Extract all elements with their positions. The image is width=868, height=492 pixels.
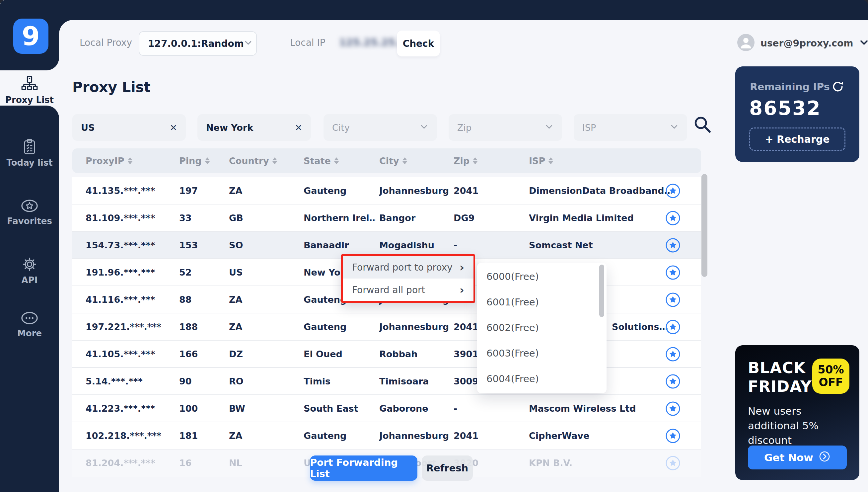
cell-state: Northern Irel… <box>304 204 376 231</box>
cell-ip: 41.223.***.*** <box>85 395 175 422</box>
column-header-city[interactable]: City <box>379 148 407 173</box>
sort-icon[interactable] <box>128 157 132 164</box>
table-row[interactable]: 41.135.***.***197ZAGautengJohannesburg20… <box>72 177 701 204</box>
sort-icon[interactable] <box>205 157 210 164</box>
context-menu-label: Forward port to proxy <box>352 262 453 273</box>
table-row[interactable]: 5.14.***.***90ROTimisTimisoara3009 <box>72 368 701 395</box>
remaining-ips-label: Remaining IPs <box>750 81 830 93</box>
chevron-down-icon <box>859 38 868 49</box>
sitemap-icon <box>21 75 38 92</box>
table-row[interactable]: 102.218.***.***181ZAGautengJohannesburg2… <box>72 422 701 449</box>
context-menu-item-forward-all-port[interactable]: Forward all port› <box>343 278 474 301</box>
cell-state: South East <box>304 395 376 422</box>
filter-zip[interactable]: Zip <box>449 114 562 141</box>
cell-country: ZA <box>229 313 300 340</box>
cell-ip: 81.204.***.*** <box>85 449 175 476</box>
sidebar-item-favorites[interactable]: Favorites <box>0 195 59 230</box>
column-label: Country <box>229 156 269 166</box>
filter-value: US <box>81 123 95 133</box>
column-header-state[interactable]: State <box>304 148 339 173</box>
cell-isp: Mascom Wireless Ltd <box>529 395 671 422</box>
column-header-proxyip[interactable]: ProxyIP <box>85 148 132 173</box>
clear-filter-icon[interactable]: ✕ <box>295 123 302 133</box>
column-header-isp[interactable]: ISP <box>529 148 553 173</box>
filter-isp[interactable]: ISP <box>574 114 687 141</box>
favorite-star-button[interactable] <box>665 346 681 362</box>
cell-country: ZA <box>229 177 300 204</box>
cell-isp: Solutions… <box>612 313 755 340</box>
port-option[interactable]: 6003(Free) <box>477 340 607 366</box>
local-proxy-select[interactable]: 127.0.0.1:Random <box>139 31 257 56</box>
avatar <box>737 34 755 52</box>
filter-city[interactable]: City <box>324 114 437 141</box>
get-now-button[interactable]: Get Now <box>748 445 847 469</box>
recharge-button[interactable]: + Recharge <box>749 127 845 151</box>
column-header-country[interactable]: Country <box>229 148 277 173</box>
sidebar-item-proxy-list[interactable]: Proxy List <box>0 72 59 107</box>
filter-placeholder: Zip <box>457 123 471 133</box>
local-proxy-label: Local Proxy <box>80 37 132 48</box>
sort-icon[interactable] <box>273 157 277 164</box>
favorite-star-button[interactable] <box>665 292 681 308</box>
favorite-star-button[interactable] <box>665 455 681 471</box>
table-scrollbar[interactable] <box>701 174 708 277</box>
port-submenu: 6000(Free)6001(Free)6002(Free)6003(Free)… <box>477 263 607 393</box>
table-row[interactable]: 197.221.***.***188ZAGautengJohannesburg2… <box>72 313 701 341</box>
sort-icon[interactable] <box>403 157 407 164</box>
submenu-scrollbar[interactable] <box>599 265 604 317</box>
sidebar-item-label: Proxy List <box>5 95 54 105</box>
cell-isp: KPN B.V. <box>529 449 671 476</box>
column-header-zip[interactable]: Zip <box>454 148 478 173</box>
cell-state: Timis <box>304 368 376 394</box>
filter-state[interactable]: New York✕ <box>198 114 311 141</box>
favorite-star-button[interactable] <box>665 401 681 417</box>
sidebar-item-api[interactable]: API <box>0 253 59 288</box>
promo-subtitle: New users additional 5% discount <box>748 404 849 447</box>
context-menu-item-forward-port-to-proxy[interactable]: Forward port to proxy› <box>343 256 474 278</box>
refresh-button[interactable]: Refresh <box>422 456 473 481</box>
sidebar-item-more[interactable]: More <box>0 307 59 342</box>
check-button[interactable]: Check <box>397 30 440 56</box>
cell-country: BW <box>229 395 300 422</box>
refresh-ips-icon[interactable] <box>832 80 844 93</box>
favorite-star-button[interactable] <box>665 210 681 226</box>
local-ip-value-blurred: 125.25.25.125 <box>339 36 397 48</box>
favorite-star-button[interactable] <box>665 183 681 199</box>
favorite-star-button[interactable] <box>665 237 681 253</box>
clear-filter-icon[interactable]: ✕ <box>170 123 177 133</box>
user-account-menu[interactable]: user@9proxy.com <box>737 34 868 52</box>
port-forwarding-list-button[interactable]: Port Forwarding List <box>310 456 417 481</box>
cell-ping: 88 <box>179 286 226 313</box>
favorite-star-button[interactable] <box>665 373 681 389</box>
favorite-star-button[interactable] <box>665 265 681 280</box>
port-option[interactable]: 6000(Free) <box>477 264 607 289</box>
table-row[interactable]: 81.109.***.***33GBNorthern Irel…BangorDG… <box>72 204 701 232</box>
table-header: ProxyIPPingCountryStateCityZipISP <box>72 148 701 173</box>
table-row[interactable]: 41.223.***.***100BWSouth EastGaborone-Ma… <box>72 395 701 422</box>
star-oval-icon <box>20 198 39 214</box>
column-label: City <box>379 156 399 166</box>
sort-icon[interactable] <box>334 157 339 164</box>
remaining-ips-value: 86532 <box>749 97 821 120</box>
port-option[interactable]: 6002(Free) <box>477 315 607 340</box>
column-label: ISP <box>529 156 545 166</box>
arrow-right-circle-icon <box>819 450 831 465</box>
cell-country: DZ <box>229 341 300 367</box>
gear-icon <box>21 256 38 273</box>
cell-state: El Oued <box>304 341 376 367</box>
favorite-star-button[interactable] <box>665 319 681 335</box>
chevron-right-icon: › <box>460 283 464 296</box>
cell-country: SO <box>229 232 300 258</box>
filter-country[interactable]: US✕ <box>72 114 186 141</box>
cell-ping: 188 <box>179 313 226 340</box>
sort-icon[interactable] <box>473 157 478 164</box>
favorite-star-button[interactable] <box>665 428 681 444</box>
table-row[interactable]: 41.105.***.***166DZEl OuedRobbah3901 <box>72 341 701 368</box>
port-option[interactable]: 6001(Free) <box>477 289 607 315</box>
sort-icon[interactable] <box>548 157 553 164</box>
port-option[interactable]: 6004(Free) <box>477 366 607 391</box>
cell-city: Robbah <box>379 341 450 367</box>
search-icon[interactable] <box>693 115 712 136</box>
column-header-ping[interactable]: Ping <box>179 148 210 173</box>
sidebar-item-today-list[interactable]: Today list <box>0 136 59 171</box>
